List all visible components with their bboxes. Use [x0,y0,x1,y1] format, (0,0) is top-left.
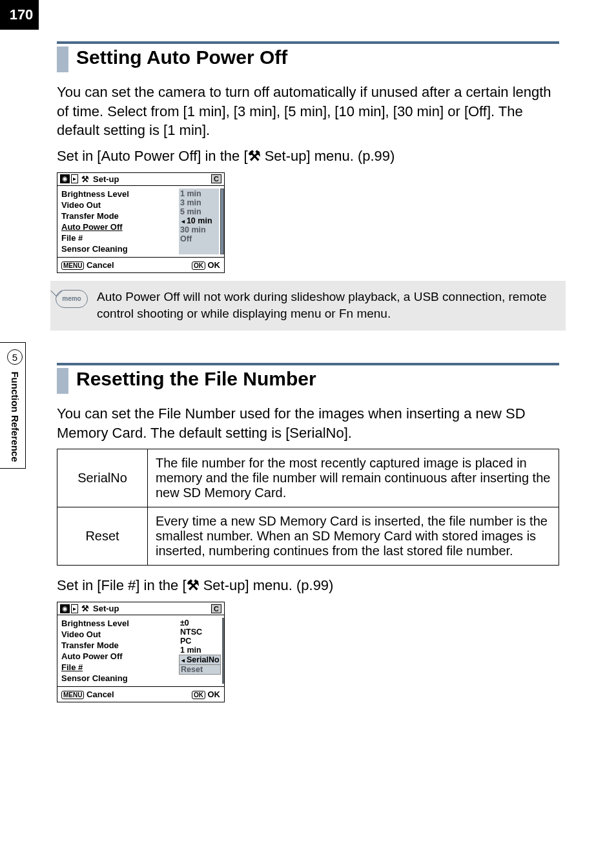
lcd-value: NTSC [180,628,220,637]
lcd-item: Video Out [61,199,175,210]
camera-icon: ◉ [60,604,70,613]
option-key: SerialNo [57,449,148,507]
lcd-menu-items: Brightness Level Video Out Transfer Mode… [61,618,175,684]
section2-para2: Set in [File #] in the [⚒ Set-up] menu. … [57,576,559,595]
lcd-menu-items: Brightness Level Video Out Transfer Mode… [61,189,175,254]
lcd-value: ±0 [180,618,220,628]
lcd-setup-auto-power-off: ◉ ▸ ⚒ Set-up C Brightness Level Video Ou… [57,172,225,273]
file-number-options-table: SerialNo The file number for the most re… [57,449,559,566]
lcd-scrollbar [220,189,224,254]
section-heading-file-number: Resetting the File Number [57,363,559,394]
option-desc: The file number for the most recently ca… [148,449,559,507]
section-title: Resetting the File Number [76,368,316,394]
ok-button-icon: OK [192,691,205,699]
lcd-footer: MENU Cancel OK OK [57,257,224,272]
lcd-item-selected: File # [61,662,175,673]
c-tab: C [211,174,221,183]
option-desc: Every time a new SD Memory Card is inser… [148,507,559,566]
lcd-item: Sensor Cleaning [61,673,175,684]
lcd-scrollbar [222,618,224,684]
c-tab: C [211,604,221,613]
play-icon: ▸ [71,604,78,613]
setup-icon: ⚒ [187,577,200,593]
setup-icon: ⚒ [81,604,89,613]
setup-icon: ⚒ [248,148,261,164]
section2-para1: You can set the File Number used for the… [57,404,559,442]
table-row: Reset Every time a new SD Memory Card is… [57,507,559,566]
lcd-item: Auto Power Off [61,651,175,662]
section1-para1: You can set the camera to turn off autom… [57,83,559,140]
play-icon: ▸ [71,174,78,183]
lcd-value: 30 min [180,225,218,234]
page-number: 170 [0,0,39,30]
memo-icon: memo [56,290,88,308]
lcd-item: Brightness Level [61,189,175,199]
lcd-header: ◉ ▸ ⚒ Set-up C [57,602,224,615]
table-row: SerialNo The file number for the most re… [57,449,559,507]
lcd-item: Transfer Mode [61,640,175,651]
side-tab-number: 5 [7,349,23,365]
lcd-title: Set-up [93,174,119,184]
lcd-value: 3 min [180,198,218,207]
lcd-setup-file-number: ◉ ▸ ⚒ Set-up C Brightness Level Video Ou… [57,602,225,702]
memo-note: memo Auto Power Off will not work during… [50,281,566,331]
lcd-value: Off [180,234,218,243]
lcd-value: PC [180,637,220,646]
lcd-value: Reset [179,665,221,675]
lcd-item: Transfer Mode [61,210,175,221]
lcd-value-selected: SerialNo [179,655,221,665]
lcd-value: 5 min [180,207,218,216]
lcd-value-selected: 10 min [180,216,218,225]
setup-icon: ⚒ [81,174,89,184]
section1-para2: Set in [Auto Power Off] in the [⚒ Set-up… [57,147,559,166]
lcd-item-selected: Auto Power Off [61,221,175,232]
ok-button-icon: OK [192,261,205,270]
lcd-item: File # [61,232,175,243]
section-title: Setting Auto Power Off [76,46,287,72]
lcd-item: Sensor Cleaning [61,243,175,254]
lcd-value: 1 min [180,189,218,198]
side-tab: 5 Function Reference [0,342,26,469]
lcd-value: 1 min [180,646,220,655]
camera-icon: ◉ [60,174,70,183]
side-tab-label: Function Reference [10,371,21,462]
lcd-item: Video Out [61,629,175,640]
lcd-item: Brightness Level [61,618,175,629]
lcd-header: ◉ ▸ ⚒ Set-up C [57,173,224,186]
lcd-value-list: 1 min 3 min 5 min 10 min 30 min Off [179,189,219,254]
menu-button-icon: MENU [61,261,84,270]
lcd-footer: MENU Cancel OK OK [57,686,224,702]
option-key: Reset [57,507,148,566]
lcd-title: Set-up [93,604,119,613]
section-heading-auto-power-off: Setting Auto Power Off [57,41,559,72]
lcd-value-list: ±0 NTSC PC 1 min SerialNo Reset [179,618,221,684]
memo-text: Auto Power Off will not work during slid… [97,289,555,323]
menu-button-icon: MENU [61,691,84,699]
